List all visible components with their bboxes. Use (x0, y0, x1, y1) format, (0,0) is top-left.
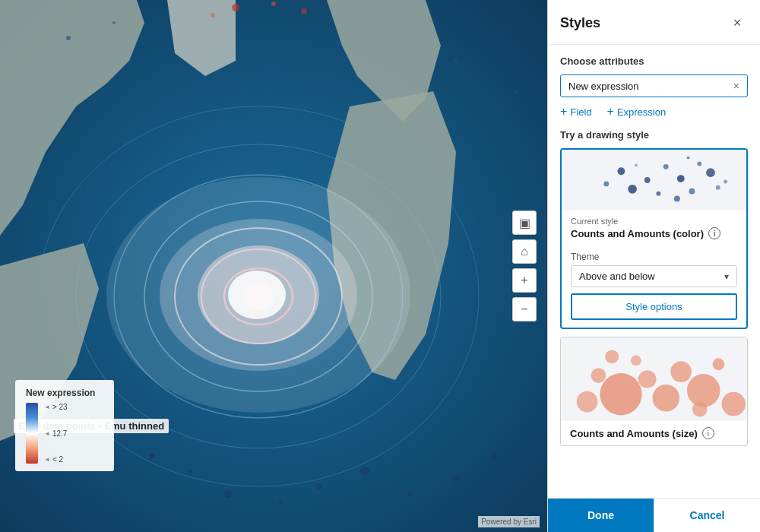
theme-dropdown-value: Above and below (579, 271, 655, 282)
svg-point-48 (687, 157, 690, 160)
theme-label: Theme (571, 252, 737, 262)
style1-info-icon[interactable]: i (708, 227, 720, 239)
style2-info-icon[interactable]: i (702, 427, 714, 439)
current-style-label: Current style (571, 217, 737, 226)
legend-label-bot: < 2 (44, 455, 68, 464)
legend: New expression > 23 12.7 < 2 (15, 380, 114, 471)
map-area[interactable]: EMU data points - Emu thinned New expres… (0, 0, 547, 532)
style-card-color-preview (562, 150, 746, 211)
panel-footer: Done Cancel (548, 498, 760, 532)
svg-point-37 (663, 164, 669, 169)
add-field-icon: + (560, 105, 567, 119)
svg-point-45 (674, 196, 680, 202)
svg-point-55 (713, 358, 725, 370)
svg-point-38 (677, 175, 685, 182)
svg-point-18 (515, 90, 519, 93)
style-card-size[interactable]: Counts and Amounts (size) i (560, 337, 748, 446)
legend-title: New expression (26, 388, 103, 398)
expression-tag: New expression × (560, 74, 748, 97)
drawing-style-section: Try a drawing style (548, 129, 760, 498)
svg-point-13 (228, 271, 286, 319)
expression-tag-close-button[interactable]: × (733, 80, 739, 92)
svg-point-51 (653, 385, 680, 412)
svg-rect-33 (562, 150, 746, 210)
style-card-size-body: Counts and Amounts (size) i (561, 421, 747, 445)
svg-point-20 (188, 469, 192, 473)
style-options-button[interactable]: Style options (571, 293, 737, 320)
svg-point-34 (617, 167, 625, 175)
svg-point-42 (697, 162, 701, 166)
style-card-size-preview (561, 337, 747, 421)
add-field-button[interactable]: + Field (560, 105, 592, 119)
svg-point-47 (724, 180, 727, 184)
add-buttons-row: + Field + Expression (560, 105, 748, 119)
choose-attributes-section: Choose attributes New expression × + Fie… (548, 45, 760, 129)
done-button[interactable]: Done (548, 499, 654, 532)
svg-point-28 (530, 439, 534, 443)
svg-point-21 (224, 490, 232, 498)
svg-point-36 (628, 185, 637, 194)
add-field-label: Field (570, 106, 591, 118)
svg-point-46 (635, 163, 638, 166)
svg-point-19 (149, 453, 155, 459)
svg-point-56 (638, 370, 657, 388)
svg-point-32 (211, 13, 215, 17)
legend-label-mid: 12.7 (44, 429, 68, 438)
chevron-down-icon: ▾ (724, 271, 729, 282)
svg-point-35 (644, 177, 651, 183)
svg-point-23 (316, 483, 322, 489)
map-controls: ▣ ⌂ + − (512, 211, 537, 321)
svg-point-40 (656, 192, 660, 196)
style-card-color-body: Current style Counts and Amounts (color)… (562, 211, 746, 245)
svg-point-14 (66, 36, 71, 40)
style2-name: Counts and Amounts (size) (570, 428, 698, 439)
svg-point-43 (603, 181, 609, 186)
svg-point-27 (491, 453, 497, 459)
close-panel-button[interactable]: × (727, 12, 748, 33)
panel-header: Styles × (548, 0, 760, 45)
svg-point-25 (408, 492, 413, 496)
add-expression-label: Expression (617, 106, 666, 118)
legend-labels: > 23 12.7 < 2 (44, 403, 68, 464)
add-expression-button[interactable]: + Expression (607, 105, 667, 119)
svg-point-54 (591, 368, 606, 383)
svg-point-17 (492, 28, 496, 33)
svg-point-26 (452, 475, 460, 483)
styles-panel: Styles × Choose attributes New expressio… (547, 0, 760, 532)
svg-point-16 (453, 58, 459, 64)
theme-dropdown[interactable]: Above and below ▾ (571, 265, 737, 287)
style1-name: Counts and Amounts (color) i (571, 227, 737, 239)
panel-title: Styles (560, 15, 600, 31)
svg-point-53 (670, 361, 692, 382)
svg-point-22 (279, 499, 283, 504)
svg-point-52 (687, 374, 720, 407)
expression-tag-text: New expression (568, 81, 639, 92)
esri-credit: Powered by Esri (478, 516, 540, 527)
svg-point-59 (692, 402, 708, 417)
svg-point-61 (605, 350, 619, 363)
svg-point-50 (600, 373, 641, 415)
drawing-style-heading: Try a drawing style (560, 129, 748, 141)
zoom-out-button[interactable]: − (512, 297, 537, 321)
zoom-in-button[interactable]: + (512, 268, 537, 293)
svg-point-24 (360, 467, 369, 476)
legend-label-top: > 23 (44, 403, 68, 411)
layers-button[interactable]: ▣ (512, 211, 537, 235)
cancel-button[interactable]: Cancel (654, 499, 760, 532)
choose-attributes-heading: Choose attributes (560, 55, 748, 67)
svg-point-29 (232, 4, 239, 11)
svg-point-41 (706, 168, 715, 177)
svg-point-15 (112, 21, 116, 24)
style-card-color[interactable]: Current style Counts and Amounts (color)… (560, 148, 748, 329)
theme-section: Theme Above and below ▾ Style options (562, 245, 746, 328)
legend-bar (26, 403, 38, 464)
add-expression-icon: + (607, 105, 614, 119)
svg-point-30 (271, 2, 276, 6)
home-button[interactable]: ⌂ (512, 239, 537, 264)
svg-point-58 (577, 391, 598, 413)
svg-point-44 (716, 185, 720, 190)
svg-point-39 (689, 188, 695, 195)
svg-point-60 (631, 355, 641, 366)
svg-point-57 (721, 392, 746, 416)
svg-point-31 (301, 8, 307, 14)
